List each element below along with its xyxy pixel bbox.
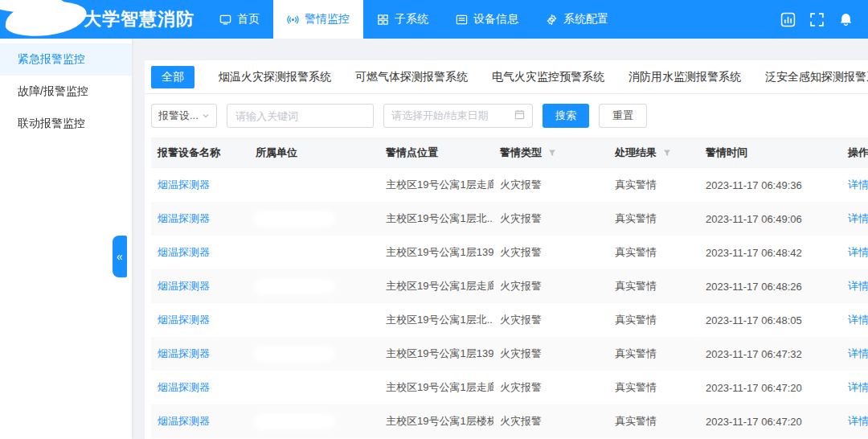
tab-fire-water[interactable]: 消防用水监测报警系统	[628, 70, 741, 84]
reset-button[interactable]: 重置	[599, 104, 647, 128]
col-action: 操作	[841, 137, 868, 168]
col-location: 警情点位置	[379, 137, 493, 168]
unit-cell	[249, 404, 379, 438]
gear-icon	[546, 14, 558, 26]
sidebar-collapse-handle[interactable]: «	[113, 236, 127, 277]
location-cell: 主校区19号公寓1层北...	[379, 303, 493, 337]
date-range-picker[interactable]: 请选择开始/结束日期	[383, 104, 533, 128]
location-cell: 主校区19号公寓1层北...	[379, 202, 493, 236]
result-cell: 真实警情	[608, 337, 699, 371]
device-link[interactable]: 烟温探测器	[158, 347, 210, 359]
table-container: 报警设备名称 所属单位 警情点位置 警情类型 处理结果	[145, 137, 868, 438]
unit-cell	[249, 371, 379, 404]
search-button[interactable]: 搜索	[542, 104, 589, 128]
nav-item-subsystem[interactable]: 子系统	[363, 0, 442, 39]
tab-all[interactable]: 全部	[151, 66, 194, 88]
sidebar-item-label: 故障/报警监控	[18, 84, 88, 99]
unit-cell	[249, 337, 379, 371]
filter-bar: 报警设... 请选择开始/结束日期 搜索 重置	[145, 94, 868, 137]
nav-item-label: 首页	[237, 12, 260, 27]
device-cell: 烟温探测器	[151, 168, 249, 202]
table-row: 烟温探测器 主校区19号公寓1层走廊4 火灾报警 真实警情 2023-11-17…	[151, 371, 868, 404]
action-cell: 详情处理	[841, 337, 868, 371]
detail-link[interactable]: 详情	[848, 347, 868, 359]
table-row: 烟温探测器 主校区19号公寓1层139 火灾报警 真实警情 2023-11-17…	[151, 337, 868, 371]
table-row: 烟温探测器 主校区19号公寓1层北... 火灾报警 真实警情 2023-11-1…	[151, 303, 868, 337]
main-nav: 首页 警情监控 子系统 设备信息 系统配置	[206, 0, 622, 39]
keyword-input[interactable]	[227, 104, 374, 128]
time-cell: 2023-11-17 06:47:20	[699, 404, 841, 438]
time-cell: 2023-11-17 06:47:20	[699, 371, 841, 404]
type-cell: 火灾报警	[493, 371, 608, 404]
detail-link[interactable]: 详情	[848, 280, 868, 292]
device-cell: 烟温探测器	[151, 303, 249, 337]
action-cell: 详情处理	[841, 236, 868, 269]
monitor-icon	[219, 14, 231, 26]
nav-item-alarm-monitor[interactable]: 警情监控	[273, 0, 363, 39]
top-navbar: 大学智慧消防 首页 警情监控 子系统 设备信息	[0, 0, 868, 39]
detail-link[interactable]: 详情	[848, 246, 868, 258]
device-link[interactable]: 烟温探测器	[158, 178, 210, 191]
sidebar-item-linkage-alarm[interactable]: 联动报警监控	[0, 108, 132, 140]
broadcast-icon	[287, 14, 299, 26]
chevron-down-icon	[202, 110, 210, 122]
location-cell: 主校区19号公寓1层楼梯3	[379, 404, 493, 438]
table-header-row: 报警设备名称 所属单位 警情点位置 警情类型 处理结果	[151, 137, 868, 168]
type-cell: 火灾报警	[493, 236, 608, 269]
unit-cell	[249, 202, 379, 236]
device-link[interactable]: 烟温探测器	[158, 415, 210, 427]
location-cell: 主校区19号公寓1层走廊4	[379, 269, 493, 303]
device-link[interactable]: 烟温探测器	[158, 280, 210, 292]
nav-item-home[interactable]: 首页	[206, 0, 273, 39]
nav-item-system-config[interactable]: 系统配置	[532, 0, 622, 39]
detail-link[interactable]: 详情	[848, 212, 868, 224]
statistics-chart-icon[interactable]	[780, 12, 796, 27]
unit-cell	[249, 303, 379, 337]
collapse-chevrons-icon: «	[117, 250, 123, 263]
col-device-name: 报警设备名称	[151, 137, 249, 168]
tab-electrical-fire[interactable]: 电气火灾监控预警系统	[492, 70, 604, 84]
redaction-smudge	[256, 213, 333, 225]
field-select[interactable]: 报警设...	[151, 104, 217, 128]
detail-link[interactable]: 详情	[848, 314, 868, 326]
action-cell: 详情处理	[841, 202, 868, 236]
tab-combustible-gas[interactable]: 可燃气体探测报警系统	[355, 70, 468, 84]
type-cell: 火灾报警	[493, 337, 608, 371]
detail-link[interactable]: 详情	[848, 415, 868, 427]
result-cell: 真实警情	[608, 269, 699, 303]
type-cell: 火灾报警	[493, 303, 608, 337]
type-cell: 火灾报警	[493, 269, 608, 303]
redaction-smudge	[256, 281, 333, 293]
sidebar-item-fault-alarm[interactable]: 故障/报警监控	[0, 76, 132, 108]
location-cell: 主校区19号公寓1层走廊4	[379, 371, 493, 404]
detail-link[interactable]: 详情	[848, 178, 868, 191]
device-link[interactable]: 烟温探测器	[158, 314, 210, 326]
device-link[interactable]: 烟温探测器	[158, 246, 210, 258]
action-cell: 详情处理	[841, 168, 868, 202]
tab-smoke-temp-fire[interactable]: 烟温火灾探测报警系统	[219, 70, 331, 84]
device-cell: 烟温探测器	[151, 404, 249, 438]
filter-funnel-icon[interactable]	[663, 147, 671, 159]
filter-funnel-icon[interactable]	[548, 147, 556, 159]
app-logo: 大学智慧消防	[0, 0, 206, 39]
device-link[interactable]: 烟温探测器	[158, 381, 210, 393]
result-cell: 真实警情	[608, 303, 699, 337]
sidebar-item-emergency-alarm[interactable]: 紧急报警监控	[0, 43, 132, 76]
app-title: 大学智慧消防	[84, 7, 194, 31]
table-row: 烟温探测器 主校区19号公寓1层139 火灾报警 真实警情 2023-11-17…	[151, 236, 868, 269]
location-cell: 主校区19号公寓1层139	[379, 337, 493, 371]
tab-pan-security[interactable]: 泛安全感知探测报警系统	[765, 70, 868, 84]
nav-item-device-info[interactable]: 设备信息	[442, 0, 532, 39]
device-link[interactable]: 烟温探测器	[158, 212, 210, 224]
fullscreen-icon[interactable]	[809, 12, 825, 27]
time-cell: 2023-11-17 06:49:36	[699, 168, 841, 202]
detail-link[interactable]: 详情	[848, 381, 868, 393]
bell-icon[interactable]	[838, 12, 854, 27]
unit-cell	[249, 236, 379, 269]
device-screen-icon	[456, 14, 468, 26]
table-body: 烟温探测器 主校区19号公寓1层走廊4 火灾报警 真实警情 2023-11-17…	[151, 168, 868, 438]
col-unit: 所属单位	[249, 137, 379, 168]
redaction-smudge	[256, 348, 333, 360]
grid-icon	[377, 14, 389, 26]
nav-item-label: 设备信息	[473, 12, 518, 27]
